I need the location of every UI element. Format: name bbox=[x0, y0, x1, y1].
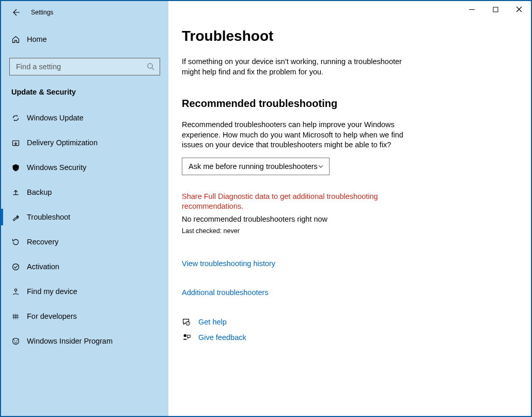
nav-backup[interactable]: Backup bbox=[1, 180, 168, 205]
get-help-row[interactable]: ? Get help bbox=[182, 317, 458, 327]
search-input[interactable] bbox=[15, 62, 147, 71]
nav-label: Windows Security bbox=[27, 163, 86, 172]
svg-point-14 bbox=[184, 334, 186, 337]
search-icon bbox=[147, 63, 154, 71]
location-icon bbox=[11, 287, 27, 296]
nav-list: Windows Update Delivery Optimization Win… bbox=[1, 105, 168, 353]
diagnostic-warning: Share Full Diagnostic data to get additi… bbox=[182, 192, 399, 212]
app-title: Settings bbox=[31, 9, 53, 16]
last-checked-text: Last checked: never bbox=[182, 227, 458, 235]
nav-recovery[interactable]: Recovery bbox=[1, 229, 168, 254]
nav-troubleshoot[interactable]: Troubleshoot bbox=[1, 205, 168, 229]
content-area: Troubleshoot If something on your device… bbox=[168, 1, 458, 342]
check-circle-icon bbox=[11, 262, 27, 271]
close-button[interactable] bbox=[507, 1, 531, 18]
backup-icon bbox=[11, 188, 27, 197]
svg-text:?: ? bbox=[187, 322, 189, 325]
nav-label: Backup bbox=[27, 188, 52, 196]
nav-label: Find my device bbox=[27, 287, 77, 296]
minimize-button[interactable] bbox=[460, 1, 483, 18]
give-feedback-row[interactable]: Give feedback bbox=[182, 333, 458, 342]
delivery-icon bbox=[11, 138, 27, 147]
maximize-button[interactable] bbox=[483, 1, 507, 18]
nav-label: Delivery Optimization bbox=[27, 138, 98, 147]
svg-point-7 bbox=[17, 340, 18, 341]
svg-rect-9 bbox=[493, 7, 498, 12]
nav-label: Recovery bbox=[27, 238, 58, 246]
nav-find-my-device[interactable]: Find my device bbox=[1, 279, 168, 304]
page-title: Troubleshoot bbox=[182, 28, 458, 44]
troubleshooter-mode-dropdown[interactable]: Ask me before running troubleshooters bbox=[182, 158, 330, 175]
home-button[interactable]: Home bbox=[1, 28, 168, 51]
svg-point-0 bbox=[148, 64, 152, 68]
help-chat-icon: ? bbox=[182, 317, 191, 327]
nav-for-developers[interactable]: For developers bbox=[1, 304, 168, 329]
nav-label: Windows Insider Program bbox=[27, 337, 113, 345]
nav-windows-security[interactable]: Windows Security bbox=[1, 155, 168, 180]
recovery-icon bbox=[11, 238, 27, 246]
nav-label: Activation bbox=[27, 262, 59, 271]
nav-windows-insider[interactable]: Windows Insider Program bbox=[1, 329, 168, 353]
sidebar: Settings Home Update & Security Windows … bbox=[1, 1, 168, 416]
section-header: Update & Security bbox=[1, 75, 168, 100]
svg-point-5 bbox=[13, 338, 19, 344]
home-label: Home bbox=[27, 35, 47, 43]
svg-point-6 bbox=[14, 340, 15, 341]
main-panel: Troubleshoot If something on your device… bbox=[168, 1, 531, 416]
shield-icon bbox=[11, 163, 27, 172]
get-help-link[interactable]: Get help bbox=[198, 318, 227, 326]
nav-activation[interactable]: Activation bbox=[1, 254, 168, 279]
nav-label: For developers bbox=[27, 312, 77, 320]
dropdown-value: Ask me before running troubleshooters bbox=[189, 162, 318, 171]
search-box[interactable] bbox=[9, 58, 160, 75]
wrench-icon bbox=[11, 213, 27, 222]
home-icon bbox=[11, 35, 27, 44]
developer-icon bbox=[11, 312, 27, 321]
additional-troubleshooters-link[interactable]: Additional troubleshooters bbox=[182, 288, 269, 297]
nav-windows-update[interactable]: Windows Update bbox=[1, 105, 168, 130]
nav-label: Troubleshoot bbox=[27, 213, 70, 221]
svg-line-1 bbox=[152, 68, 154, 70]
feedback-icon bbox=[182, 333, 191, 342]
settings-window: Settings Home Update & Security Windows … bbox=[0, 0, 532, 417]
give-feedback-link[interactable]: Give feedback bbox=[198, 333, 246, 342]
svg-point-3 bbox=[13, 264, 19, 270]
no-recommended-text: No recommended troubleshooters right now bbox=[182, 215, 458, 223]
svg-point-4 bbox=[14, 288, 17, 290]
nav-label: Windows Update bbox=[27, 114, 84, 122]
chevron-down-icon bbox=[318, 163, 324, 169]
insider-icon bbox=[11, 337, 27, 346]
sidebar-header: Settings bbox=[1, 1, 168, 24]
sync-icon bbox=[11, 114, 27, 122]
nav-delivery-optimization[interactable]: Delivery Optimization bbox=[1, 130, 168, 155]
intro-text: If something on your device isn't workin… bbox=[182, 57, 404, 77]
recommended-heading: Recommended troubleshooting bbox=[182, 98, 458, 110]
back-icon[interactable] bbox=[11, 8, 20, 17]
window-controls bbox=[460, 1, 531, 18]
recommended-description: Recommended troubleshooters can help imp… bbox=[182, 120, 404, 150]
view-history-link[interactable]: View troubleshooting history bbox=[182, 259, 275, 268]
